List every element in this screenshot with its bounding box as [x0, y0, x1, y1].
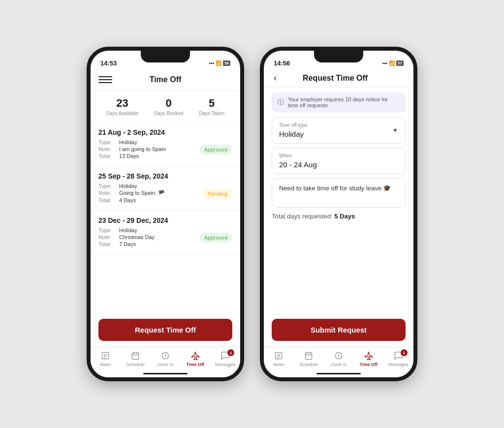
total-days-label: Total days requested:	[272, 213, 333, 220]
entry-2-note-label: Note:	[98, 190, 116, 196]
entry-1-date: 21 Aug - 2 Sep, 2024	[98, 128, 232, 136]
news-icon-2	[273, 350, 284, 361]
nav-news-1[interactable]: News	[91, 350, 121, 367]
submit-request-button[interactable]: Submit Request	[272, 319, 406, 341]
phone1-header: Time Off	[91, 69, 240, 91]
entry-3-type-value: Holiday	[119, 227, 137, 233]
nav-messages-2[interactable]: 1 Messages	[383, 350, 413, 367]
info-icon: ⓘ	[278, 98, 284, 107]
entry-3-note-row: Note: Christmas Day	[98, 234, 199, 240]
nav-schedule-label-2: Schedule	[299, 362, 318, 367]
entry-2-details: Type: Holiday Note: Going to Spain. 🏴 To…	[98, 183, 232, 204]
when-field-value: 20 - 24 Aug	[279, 160, 398, 169]
note-field[interactable]: Need to take time off for study leave.🎓	[272, 178, 406, 208]
time-off-entry-2: 25 Sep - 28 Sep, 2024 Type: Holiday Note…	[91, 166, 240, 211]
plane-icon-2	[363, 350, 374, 361]
home-indicator-1	[91, 371, 240, 377]
bottom-nav-1: News Schedule Clock In Time Off	[91, 347, 240, 371]
type-field-content: Time off type Holiday	[279, 122, 307, 138]
schedule-icon-2	[303, 350, 314, 361]
entry-3-date: 23 Dec - 29 Dec, 2024	[98, 216, 232, 224]
nav-schedule-label-1: Schedule	[126, 362, 145, 367]
nav-clockin-2[interactable]: Clock In	[324, 350, 354, 367]
nav-timeoff-2[interactable]: Time Off	[353, 350, 383, 367]
entry-1-total-value: 13 Days	[119, 153, 139, 159]
schedule-icon-1	[130, 350, 141, 361]
note-text: Need to take time off for study leave.🎓	[279, 184, 391, 192]
entry-1-note-row: Note: I am going to Spain	[98, 146, 199, 152]
nav-clockin-1[interactable]: Clock In	[151, 350, 181, 367]
entry-2-type-value: Holiday	[119, 183, 137, 189]
entry-2-type-row: Type: Holiday	[98, 183, 203, 189]
svg-rect-4	[132, 353, 139, 359]
status-icons-2: ▪▪▪ 📶 57	[382, 61, 404, 66]
nav-news-2[interactable]: News	[264, 350, 294, 367]
total-days: Total days requested: 5 Days	[272, 213, 406, 220]
nav-timeoff-label-2: Time Off	[360, 362, 378, 367]
entry-2-info: Type: Holiday Note: Going to Spain. 🏴 To…	[98, 183, 203, 204]
nav-clockin-label-2: Clock In	[331, 362, 347, 367]
stat-available-label: Days Available	[106, 111, 138, 116]
request-time-off-button[interactable]: Request Time Off	[98, 319, 232, 341]
nav-schedule-1[interactable]: Schedule	[121, 350, 151, 367]
entry-2-date: 25 Sep - 28 Sep, 2024	[98, 172, 232, 180]
entry-3-note-value: Christmas Day	[119, 234, 155, 240]
status-bar-1: 14:53 ▪▪▪ 📶 58	[91, 55, 240, 69]
nav-messages-1[interactable]: 1 Messages	[210, 350, 240, 367]
entry-1-status: Approved	[199, 145, 232, 154]
entry-2-status: Pending	[203, 189, 232, 199]
news-icon-1	[100, 350, 111, 361]
entry-1-details: Type: Holiday Note: I am going to Spain …	[98, 139, 232, 160]
nav-messages-label-1: Messages	[215, 362, 235, 367]
notice-text: Your employer requires 10 days notice fo…	[288, 96, 400, 108]
entry-2-total-row: Total: 4 Days	[98, 197, 203, 203]
bottom-nav-2: News Schedule Clock In Time Off	[264, 347, 413, 371]
entry-1-info: Type: Holiday Note: I am going to Spain …	[98, 139, 199, 160]
signal-icon: ▪▪▪	[209, 61, 214, 66]
nav-timeoff-1[interactable]: Time Off	[180, 350, 210, 367]
nav-timeoff-label-1: Time Off	[187, 362, 204, 367]
entry-1-note-value: I am going to Spain	[119, 146, 166, 152]
notice-banner: ⓘ Your employer requires 10 days notice …	[272, 92, 406, 112]
stat-booked-number: 0	[154, 97, 183, 110]
clock-icon-1	[160, 350, 171, 361]
home-indicator-2	[264, 371, 413, 377]
phone2-content: ⓘ Your employer requires 10 days notice …	[264, 88, 413, 313]
type-field-value: Holiday	[279, 130, 307, 138]
back-icon[interactable]: ‹	[272, 73, 279, 83]
entry-3-type-label: Type:	[98, 227, 116, 233]
stat-taken-label: Days Taken	[199, 111, 224, 116]
entry-3-total-row: Total: 7 Days	[98, 241, 199, 247]
entry-1-total-label: Total:	[98, 153, 116, 159]
entry-1-type-value: Holiday	[119, 139, 137, 145]
messages-badge-1: 1	[227, 349, 234, 356]
menu-icon[interactable]	[98, 73, 112, 87]
stat-taken: 5 Days Taken	[199, 97, 224, 116]
svg-rect-13	[306, 353, 312, 359]
nav-schedule-2[interactable]: Schedule	[294, 350, 324, 367]
wifi-icon-2: 📶	[389, 61, 395, 66]
entry-3-total-label: Total:	[98, 241, 116, 247]
stat-booked-label: Days Booked	[154, 111, 183, 116]
nav-news-label-1: News	[100, 362, 111, 367]
phone2-header: ‹ Request Time Off	[264, 69, 413, 88]
entry-1-note-label: Note:	[98, 146, 116, 152]
stat-booked: 0 Days Booked	[154, 97, 183, 116]
signal-icon-2: ▪▪▪	[382, 61, 387, 66]
time-off-type-field[interactable]: Time off type Holiday ▼	[272, 117, 406, 144]
entry-3-details: Type: Holiday Note: Christmas Day Total:…	[98, 227, 232, 248]
total-days-value: 5 Days	[334, 213, 355, 220]
entry-3-info: Type: Holiday Note: Christmas Day Total:…	[98, 227, 199, 248]
entry-2-total-label: Total:	[98, 197, 116, 203]
plane-icon-1	[190, 350, 201, 361]
status-bar-2: 14:56 ▪▪▪ 📶 57	[264, 55, 413, 69]
when-field[interactable]: When 20 - 24 Aug	[272, 148, 406, 174]
entry-2-note-value: Going to Spain. 🏴	[119, 190, 165, 196]
type-dropdown[interactable]: Time off type Holiday ▼	[279, 122, 398, 138]
status-time-2: 14:56	[274, 60, 290, 67]
clock-icon-2	[333, 350, 344, 361]
entry-2-type-label: Type:	[98, 183, 116, 189]
entry-2-total-value: 4 Days	[119, 197, 136, 203]
entry-1-type-label: Type:	[98, 139, 116, 145]
stats-row: 23 Days Available 0 Days Booked 5 Days T…	[91, 91, 240, 122]
